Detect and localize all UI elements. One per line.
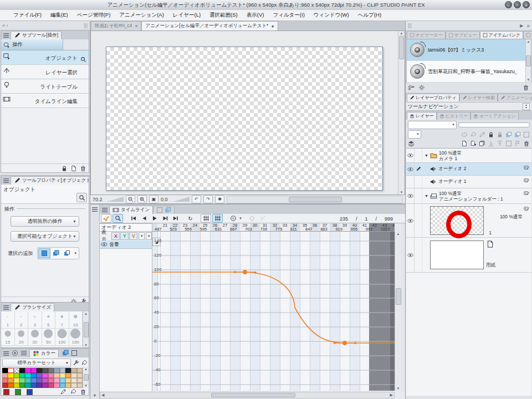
zoom-slider[interactable]: [107, 197, 124, 202]
add-keyframe-button[interactable]: [248, 214, 257, 222]
wrench-icon[interactable]: [73, 360, 79, 366]
brush-size-1[interactable]: 1: [1, 311, 15, 329]
volume-graph[interactable]: ◢ 140120100806040200-20-40-60: [152, 232, 395, 391]
go-end-button[interactable]: [171, 214, 180, 222]
rotate-ccw-button[interactable]: ↶: [192, 195, 201, 203]
bucket-icon[interactable]: [81, 360, 88, 366]
blank-box-icon[interactable]: [523, 131, 530, 138]
subtool-group-sousa[interactable]: 操作: [1, 39, 63, 50]
brush-size-150[interactable]: 150: [69, 329, 83, 346]
trash-icon[interactable]: [523, 84, 529, 91]
color-swatch-37[interactable]: [54, 378, 59, 383]
new-layer-icon[interactable]: [461, 140, 468, 147]
swatch-scrollbar[interactable]: ▲ ▼: [83, 367, 89, 388]
panel-expand-icon[interactable]: »: [526, 23, 530, 29]
subtool-item-0[interactable]: オブジェクト: [1, 50, 89, 65]
color-swatch-35[interactable]: [42, 378, 48, 383]
color-swatch-36[interactable]: [48, 378, 54, 383]
merge-down-icon[interactable]: [488, 140, 494, 147]
color-swatch-9[interactable]: [54, 368, 59, 373]
opacity-slider[interactable]: [458, 122, 530, 127]
loop-button[interactable]: ↻: [186, 214, 195, 222]
color-swatch-8[interactable]: [48, 368, 54, 373]
itembank-scrollbar[interactable]: ▲ ▼: [525, 39, 531, 82]
color-swatch-55[interactable]: [77, 383, 83, 388]
panel-menu-icon[interactable]: [3, 177, 9, 184]
color-swatch-3[interactable]: [19, 368, 25, 373]
menu-v[interactable]: 表示(V): [242, 12, 269, 19]
color-swatch-30[interactable]: [14, 378, 19, 383]
scroll-down-icon[interactable]: ▼: [84, 344, 88, 347]
color-swatch-45[interactable]: [19, 383, 25, 388]
magnifier-button[interactable]: [76, 193, 87, 202]
ink-icon[interactable]: [470, 131, 477, 138]
rotate-cw-button[interactable]: ↷: [203, 195, 213, 203]
cell-thumbnail[interactable]: [430, 206, 484, 235]
tab-toolprop[interactable]: ツールプロパティ[オブジェクト]: [11, 176, 89, 185]
tool-navigation-bar[interactable]: ツールナビゲーション ▲▼: [406, 102, 531, 111]
tab-layerprop-0[interactable]: レイヤープロパティ: [407, 94, 459, 101]
menu-i[interactable]: フィルター(I): [268, 12, 309, 19]
expand-caret-icon[interactable]: ▼: [424, 194, 428, 198]
timeline-hscrollbar[interactable]: ◀ ▶: [100, 392, 395, 398]
color-swatch-43[interactable]: [8, 383, 13, 388]
enable-keyframe-icon[interactable]: [524, 177, 530, 183]
color-swatch-15[interactable]: [8, 373, 13, 378]
brush-size-10[interactable]: 10: [69, 311, 83, 329]
duplicate-layer-icon[interactable]: [479, 140, 485, 147]
trash-icon[interactable]: [80, 388, 86, 395]
eye-icon[interactable]: [101, 241, 108, 248]
layer-row-アニメーションフォルダー-:-1[interactable]: ▼100 %通常アニメーションフォルダー : 1: [406, 188, 531, 204]
menu-p[interactable]: ページ管理(P): [73, 12, 115, 19]
lock-icon[interactable]: [61, 165, 68, 172]
expand-caret-icon[interactable]: ▼: [424, 154, 428, 157]
restore-button[interactable]: ▫: [514, 1, 521, 8]
end-frame[interactable]: 999: [385, 216, 393, 222]
color-swatch-49[interactable]: [42, 383, 48, 388]
scroll-down-icon[interactable]: ▼: [84, 384, 88, 387]
edit-target-cell[interactable]: [415, 238, 422, 272]
chevron-down-icon[interactable]: ▼: [239, 217, 242, 220]
menu-w[interactable]: ウィンドウ(W): [309, 12, 354, 19]
color-swatch-23[interactable]: [54, 373, 59, 378]
color-swatch-6[interactable]: [37, 368, 42, 373]
color-swatch-10[interactable]: [60, 368, 65, 373]
handle[interactable]: [234, 271, 236, 273]
merge-up-icon[interactable]: [497, 140, 503, 147]
brush-size-5[interactable]: 5: [42, 311, 56, 329]
play-button[interactable]: [150, 214, 159, 222]
color-swatch-20[interactable]: [37, 373, 42, 378]
axis-dropdown2[interactable]: ▼: [146, 232, 152, 240]
brush-scrollbar[interactable]: ▲ ▼: [83, 311, 89, 347]
onion-skin-button[interactable]: [228, 214, 238, 222]
color-swatch-54[interactable]: [71, 383, 76, 388]
scrollbar-thumb[interactable]: [289, 197, 342, 202]
color-swatch-0[interactable]: [2, 368, 8, 373]
color-swatch-12[interactable]: [71, 368, 76, 373]
spinner-control[interactable]: ▲▼: [523, 103, 530, 110]
axis-button-v[interactable]: V: [129, 232, 137, 240]
color-swatch-41[interactable]: [77, 378, 83, 383]
subtool-item-2[interactable]: ライトテーブル: [1, 79, 89, 94]
volume-track-row[interactable]: 音量: [100, 241, 152, 249]
menu-h[interactable]: ヘルプ(H): [354, 12, 386, 19]
graph-editor-button[interactable]: [101, 214, 111, 223]
scrollbar-thumb[interactable]: [84, 322, 89, 337]
color-swatch-34[interactable]: [37, 378, 42, 383]
select-subtract-button[interactable]: [62, 249, 73, 258]
timeline-vscrollbar[interactable]: ▲ ▼: [395, 232, 401, 391]
brush-size-100[interactable]: 100: [55, 329, 69, 346]
color-swatch-1[interactable]: [8, 368, 13, 373]
colorset-dropdown[interactable]: 標準カラーセット ▼: [2, 359, 71, 367]
handle[interactable]: [334, 342, 336, 344]
edit-target-cell[interactable]: [415, 204, 422, 237]
color-swatch-24[interactable]: [60, 373, 65, 378]
eye-cell[interactable]: [406, 188, 415, 203]
start-frame[interactable]: 1: [365, 216, 367, 222]
itembank-item-0[interactable]: tamsi06【07】ミックス3: [407, 39, 531, 61]
layer-row-オーディオ-1[interactable]: オーディオ 1: [406, 176, 531, 188]
color-swatch-7[interactable]: [42, 368, 48, 373]
brush-size-15[interactable]: 15: [1, 329, 15, 346]
eyedropper-icon[interactable]: [60, 388, 66, 395]
scrollbar-thumb[interactable]: [399, 36, 404, 59]
